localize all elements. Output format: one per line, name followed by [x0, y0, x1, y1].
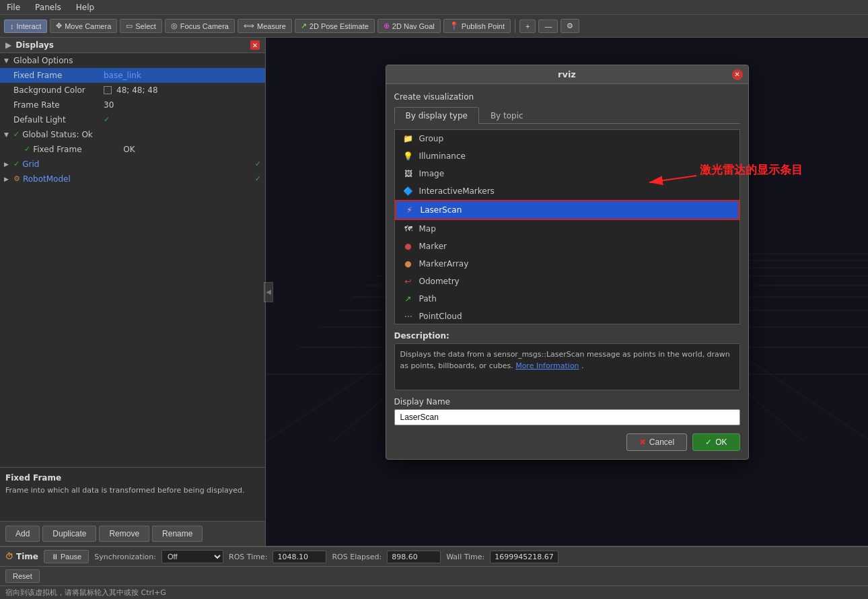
gs-fixed-frame-key: Fixed Frame: [33, 143, 120, 155]
focus-camera-button[interactable]: ◎ Focus Camera: [165, 19, 235, 33]
desc-panel-title: Fixed Frame: [5, 473, 260, 483]
marker-array-icon: ●: [403, 258, 414, 269]
viz-item-laser-scan[interactable]: ⚡ LaserScan: [395, 200, 739, 220]
viz-item-odometry[interactable]: ↩ Odometry: [395, 273, 739, 290]
gs-fixed-frame-value: OK: [123, 143, 135, 155]
fixed-frame-value: base_link: [104, 69, 141, 81]
nav-goal-button[interactable]: ⊕ 2D Nav Goal: [377, 19, 441, 33]
menu-file[interactable]: File: [4, 1, 23, 13]
publish-point-button[interactable]: 📍 Publish Point: [443, 19, 511, 33]
description-text: Displays the data from a sensor_msgs::La…: [394, 343, 740, 390]
interactive-markers-icon: 🔷: [403, 186, 414, 197]
tree-view: ▼ Global Options Fixed Frame base_link B…: [0, 53, 265, 467]
dialog-footer: ✖ Cancel ✓ OK: [394, 433, 740, 451]
sync-select[interactable]: Off Approximate Exact: [161, 550, 223, 563]
display-name-section: Display Name: [394, 397, 740, 407]
description-period: .: [581, 361, 584, 370]
clock-icon: ⏱: [5, 552, 13, 561]
tree-global-options[interactable]: ▼ Global Options: [0, 53, 265, 68]
viz-item-illuminance[interactable]: 💡 Illuminance: [395, 147, 739, 165]
global-status-label: Global Status: Ok: [22, 129, 93, 141]
tab-by-topic[interactable]: By topic: [479, 107, 535, 124]
menu-help[interactable]: Help: [73, 1, 97, 13]
pause-button[interactable]: ⏸ Pause: [44, 550, 89, 563]
add-button[interactable]: Add: [5, 526, 40, 542]
ok-button[interactable]: ✓ OK: [692, 433, 739, 451]
tree-default-light[interactable]: Default Light ✓: [0, 112, 265, 127]
status-text: 宿向到该虚拟机，请将鼠标轮入其中或按 Ctrl+G: [5, 588, 166, 597]
select-button[interactable]: ▭ Select: [120, 19, 162, 33]
viz-item-pointcloud[interactable]: ⋯ PointCloud: [395, 308, 739, 324]
tree-frame-rate[interactable]: Frame Rate 30: [0, 98, 265, 112]
ros-time-value: 1048.10: [273, 551, 326, 563]
ok-label: OK: [715, 437, 727, 447]
displays-close-button[interactable]: ✕: [250, 40, 260, 50]
remove-button[interactable]: Remove: [99, 526, 149, 542]
time-bar-row: ⏱ Time ⏸ Pause Synchronization: Off Appr…: [0, 547, 868, 567]
ok-icon: ✓: [705, 437, 712, 447]
expand-robot-model-icon: ▶: [4, 173, 11, 185]
background-color-swatch: [104, 86, 112, 94]
reset-button[interactable]: Reset: [5, 569, 40, 583]
display-name-input[interactable]: [394, 409, 740, 425]
viz-item-marker-array[interactable]: ● MarkerArray: [395, 255, 739, 273]
laser-scan-icon: ⚡: [404, 205, 415, 215]
remove-toolbar-button[interactable]: —: [538, 20, 558, 33]
background-color-value: 48; 48; 48: [116, 84, 158, 96]
ros-elapsed-value: 898.60: [387, 551, 441, 563]
frame-rate-value: 30: [104, 99, 114, 111]
tab-by-display-type[interactable]: By display type: [394, 107, 479, 124]
nav-goal-icon: ⊕: [384, 22, 390, 30]
toolbar: ↕ Interact ✥ Move Camera ▭ Select ◎ Focu…: [0, 15, 868, 38]
time-section: ⏱ Time ⏸ Pause Synchronization: Off Appr…: [0, 546, 868, 586]
measure-button[interactable]: ⟺ Measure: [238, 19, 292, 33]
robot-model-value: ✓: [255, 173, 261, 185]
viz-item-marker[interactable]: ● Marker: [395, 238, 739, 255]
select-icon: ▭: [126, 22, 133, 30]
viz-item-image-label: Image: [419, 167, 445, 180]
ros-elapsed-label: ROS Elapsed:: [332, 553, 382, 561]
duplicate-button[interactable]: Duplicate: [42, 526, 96, 542]
viz-item-group[interactable]: 📁 Group: [395, 130, 739, 147]
move-camera-icon: ✥: [56, 22, 62, 30]
measure-icon: ⟺: [244, 22, 254, 30]
move-camera-button[interactable]: ✥ Move Camera: [50, 19, 117, 33]
time-section-label: ⏱ Time: [5, 552, 38, 561]
displays-title: Displays: [15, 40, 54, 50]
cancel-button[interactable]: ✖ Cancel: [626, 433, 687, 451]
rename-button[interactable]: Rename: [152, 526, 203, 542]
settings-toolbar-button[interactable]: ⚙: [560, 19, 579, 33]
viz-item-path[interactable]: ↗ Path: [395, 290, 739, 308]
viz-list[interactable]: 📁 Group 💡 Illuminance 🖼 Image 🔷: [394, 129, 740, 324]
viz-item-map[interactable]: 🗺 Map: [395, 220, 739, 238]
map-icon: 🗺: [403, 223, 414, 234]
menubar: File Panels Help: [0, 0, 868, 15]
dialog-title: rviz: [558, 69, 576, 79]
viewport[interactable]: rviz ✕ Create visualization By display t…: [266, 38, 868, 546]
tree-fixed-frame[interactable]: Fixed Frame base_link: [0, 68, 265, 83]
background-color-key: Background Color: [13, 84, 101, 96]
expand-global-status-icon: ▼: [4, 129, 11, 141]
tree-gs-fixed-frame[interactable]: ✓ Fixed Frame OK: [0, 142, 265, 157]
viz-item-interactive-markers[interactable]: 🔷 InteractiveMarkers: [395, 182, 739, 200]
pose-estimate-button[interactable]: ↗ 2D Pose Estimate: [295, 19, 375, 33]
tree-global-status[interactable]: ▼ ✓ Global Status: Ok: [0, 127, 265, 142]
viz-item-path-label: Path: [419, 292, 437, 306]
wall-time-label: Wall Time:: [446, 553, 484, 561]
description-section: Description: Displays the data from a se…: [394, 331, 740, 390]
dialog-close-button[interactable]: ✕: [732, 69, 743, 80]
menu-panels[interactable]: Panels: [32, 1, 64, 13]
viz-item-interactive-markers-label: InteractiveMarkers: [419, 184, 495, 198]
tree-grid[interactable]: ▶ ✓ Grid ✓: [0, 157, 265, 172]
interact-button[interactable]: ↕ Interact: [4, 20, 47, 33]
global-options-label: Global Options: [13, 55, 73, 67]
reset-row: Reset: [0, 567, 868, 586]
tree-background-color[interactable]: Background Color 48; 48; 48: [0, 83, 265, 98]
dialog-body: Create visualization By display type By …: [386, 84, 748, 459]
add-toolbar-button[interactable]: +: [519, 20, 536, 33]
viz-item-image[interactable]: 🖼 Image: [395, 165, 739, 182]
tree-robot-model[interactable]: ▶ ⚙ RobotModel ✓: [0, 172, 265, 186]
description-link[interactable]: More Information: [515, 361, 579, 370]
displays-header: ▶ Displays ✕: [0, 38, 265, 53]
frame-rate-key: Frame Rate: [13, 99, 101, 111]
